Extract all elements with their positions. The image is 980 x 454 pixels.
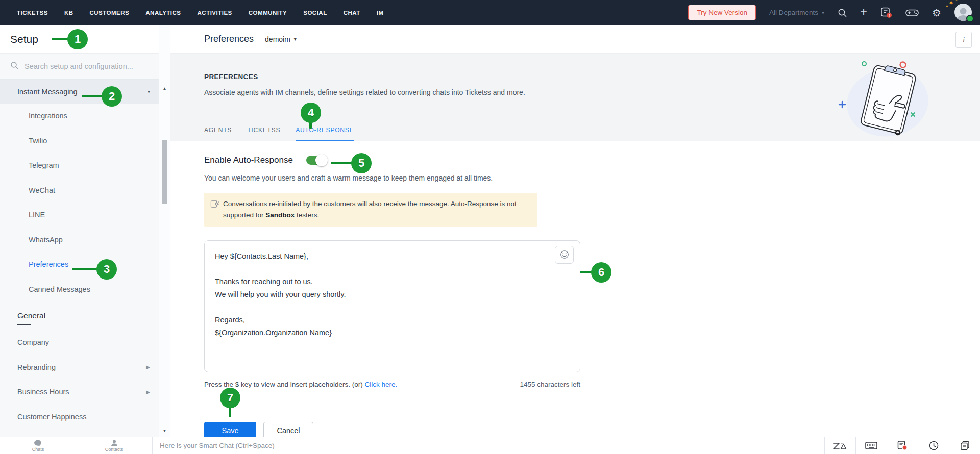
portal-name: demoim xyxy=(265,35,290,43)
search-icon[interactable] xyxy=(838,8,847,17)
departments-dropdown[interactable]: All Departments ▾ xyxy=(769,9,824,16)
sidebar-item-rebranding[interactable]: Rebranding ▶ xyxy=(0,355,159,380)
save-button[interactable]: Save xyxy=(204,422,256,437)
settings-gear-icon[interactable]: ⚙ xyxy=(932,8,941,18)
contacts-label: Contacts xyxy=(105,447,124,452)
top-navigation-bar: TICKETSS KB CUSTOMERS ANALYTICS ACTIVITI… xyxy=(0,0,980,25)
auto-response-editor: Hey ${Contacts.Last Name}, Thanks for re… xyxy=(204,240,580,372)
info-button[interactable]: i xyxy=(955,32,972,48)
contacts-tool[interactable]: Contacts xyxy=(76,437,152,454)
main-panel: Preferences demoim ▾ i PREFERENCES Assoc… xyxy=(170,25,980,437)
tab-auto-response[interactable]: AUTO-RESPONSE xyxy=(296,127,354,141)
clipboard-copy-icon[interactable] xyxy=(949,437,980,454)
departments-label: All Departments xyxy=(769,9,818,16)
toggle-row: Enable Auto-Response xyxy=(204,155,980,165)
tab-bar: AGENTS TICKETSS AUTO-RESPONSE xyxy=(204,127,354,141)
callout-line-7 xyxy=(229,407,231,417)
sidebar-group-instant-messaging[interactable]: Instant Messaging ▾ xyxy=(0,80,159,104)
sidebar-item-integrations[interactable]: Integrations xyxy=(0,104,159,129)
gamescope-icon[interactable] xyxy=(905,8,919,17)
sidebar-item-whatsapp[interactable]: WhatsApp xyxy=(0,228,159,253)
main-header: Preferences demoim ▾ i xyxy=(170,25,980,54)
chat-bubble-icon xyxy=(34,440,42,446)
auto-response-content: Enable Auto-Response You can welcome you… xyxy=(170,141,980,437)
keyboard-shortcuts-icon[interactable] xyxy=(855,437,887,454)
zia-assistant-icon[interactable] xyxy=(824,437,855,454)
sidebar-item-canned-messages[interactable]: Canned Messages xyxy=(0,277,159,302)
callout-badge-2: 2 xyxy=(102,86,122,107)
callout-line-3 xyxy=(72,268,99,270)
notifications-icon[interactable] xyxy=(880,7,892,18)
bottom-right-tools xyxy=(824,437,980,454)
scroll-up-arrow[interactable]: ▲ xyxy=(159,86,170,91)
try-new-version-button[interactable]: Try New Version xyxy=(688,5,756,20)
app-window: TICKETSS KB CUSTOMERS ANALYTICS ACTIVITI… xyxy=(0,0,980,454)
tab-ticketss[interactable]: TICKETSS xyxy=(247,127,280,141)
sidebar-nav: Instant Messaging ▾ Integrations Twilio … xyxy=(0,80,159,437)
sidebar-item-line[interactable]: LINE xyxy=(0,203,159,228)
setup-search-input[interactable] xyxy=(23,62,149,71)
chevron-right-icon: ▶ xyxy=(146,389,150,395)
click-here-link[interactable]: Click here. xyxy=(364,381,397,388)
nav-community[interactable]: COMMUNITY xyxy=(249,10,287,16)
bottom-toolbar: Chats Contacts xyxy=(0,437,980,454)
smart-chat-input[interactable] xyxy=(159,441,824,450)
callout-badge-7: 7 xyxy=(220,388,240,408)
nav-ticketss[interactable]: TICKETSS xyxy=(17,10,48,16)
sidebar-item-business-hours[interactable]: Business Hours ▶ xyxy=(0,380,159,405)
portal-selector[interactable]: demoim ▾ xyxy=(265,35,297,43)
top-menu: TICKETSS KB CUSTOMERS ANALYTICS ACTIVITI… xyxy=(17,10,384,16)
enable-auto-response-label: Enable Auto-Response xyxy=(204,155,293,165)
placeholder-hint: Press the $ key to view and insert place… xyxy=(204,381,397,388)
add-new-icon[interactable]: + xyxy=(860,6,867,18)
sidebar-item-company[interactable]: Company xyxy=(0,330,159,355)
smart-chat-bar xyxy=(153,437,824,454)
tab-agents[interactable]: AGENTS xyxy=(204,127,232,141)
chevron-down-icon: ▾ xyxy=(148,89,150,94)
history-clock-icon[interactable] xyxy=(918,437,949,454)
sparkle-icon: ✶ xyxy=(945,5,949,9)
nav-im[interactable]: IM xyxy=(377,10,384,16)
feeds-status-icon[interactable] xyxy=(887,437,918,454)
nav-chat[interactable]: CHAT xyxy=(344,10,360,16)
cancel-button[interactable]: Cancel xyxy=(263,422,313,437)
scroll-down-arrow[interactable]: ▼ xyxy=(159,428,170,433)
sidebar-search xyxy=(0,54,159,80)
sidebar-section-general[interactable]: General xyxy=(0,301,159,330)
idea-icon xyxy=(210,199,219,212)
sidebar-item-telegram[interactable]: Telegram xyxy=(0,153,159,178)
auto-response-message-input[interactable]: Hey ${Contacts.Last Name}, Thanks for re… xyxy=(214,249,554,366)
sidebar-item-customer-happiness[interactable]: Customer Happiness xyxy=(0,405,159,430)
sparkle-icon: ✶ xyxy=(954,0,958,2)
auto-response-toggle[interactable] xyxy=(306,156,326,165)
chevron-down-icon: ▾ xyxy=(822,10,824,15)
sidebar-item-preferences[interactable]: Preferences xyxy=(0,252,159,277)
page-title: Preferences xyxy=(204,34,254,44)
nav-social[interactable]: SOCIAL xyxy=(303,10,327,16)
chats-label: Chats xyxy=(32,447,44,452)
search-icon xyxy=(10,61,18,71)
editor-hint-row: Press the $ key to view and insert place… xyxy=(204,381,580,388)
user-avatar[interactable]: ✶ ✶ ✶ xyxy=(954,4,973,22)
thumbs-up-clipboard-illustration xyxy=(835,56,942,140)
nav-activities[interactable]: ACTIVITIES xyxy=(198,10,232,16)
toggle-knob xyxy=(315,154,328,166)
callout-line-2 xyxy=(82,95,104,97)
nav-kb[interactable]: KB xyxy=(64,10,74,16)
callout-badge-3: 3 xyxy=(96,259,117,280)
nav-customers[interactable]: CUSTOMERS xyxy=(90,10,130,16)
chats-tool[interactable]: Chats xyxy=(0,437,76,454)
scrollbar-thumb[interactable] xyxy=(162,140,167,204)
emoji-picker-button[interactable] xyxy=(555,246,574,264)
sidebar-item-label: Customer Happiness xyxy=(17,413,86,421)
sidebar-item-twilio[interactable]: Twilio xyxy=(0,129,159,154)
nav-analytics[interactable]: ANALYTICS xyxy=(145,10,181,16)
sidebar-item-label: Business Hours xyxy=(17,388,69,396)
chevron-down-icon: ▾ xyxy=(294,37,297,42)
sidebar-item-label: Company xyxy=(17,338,49,346)
person-icon xyxy=(111,440,118,446)
notice-text-after: testers. xyxy=(295,211,319,219)
body-row: Setup Instant Messaging ▾ Integrations T… xyxy=(0,25,980,437)
sidebar-item-wechat[interactable]: WeChat xyxy=(0,178,159,203)
callout-badge-5: 5 xyxy=(351,153,372,173)
